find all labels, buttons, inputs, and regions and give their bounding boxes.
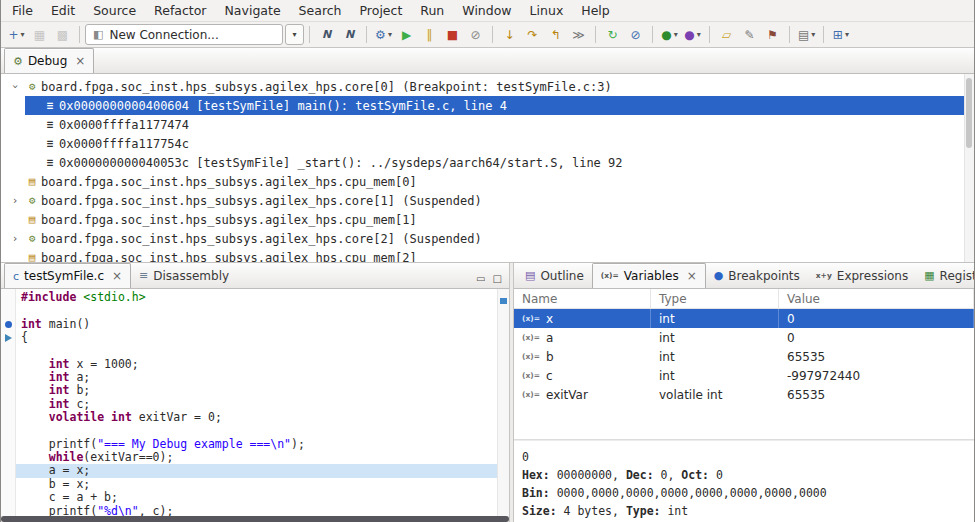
suspend-button[interactable]: ‖	[419, 24, 440, 45]
variable-row[interactable]: (x)=xint0	[514, 309, 974, 328]
instruction-stepping-button[interactable]: ≫	[568, 24, 589, 45]
gutter-cell[interactable]	[1, 424, 15, 437]
menu-source[interactable]: Source	[84, 1, 145, 20]
flag-button[interactable]: ⚑	[762, 24, 783, 45]
scrollbar-thumb[interactable]	[966, 78, 972, 148]
profile-menu-button[interactable]: ●▾	[682, 24, 703, 45]
debug-tree-scrollbar[interactable]	[964, 74, 974, 262]
code-line[interactable]	[21, 424, 497, 437]
tab-testsymfile-c[interactable]: ctestSymFile.c×	[4, 263, 131, 288]
debug-menu-button[interactable]: ⚙▾	[373, 24, 394, 45]
code-line[interactable]: volatile int exitVar = 0;	[21, 411, 497, 424]
gutter-cell[interactable]	[1, 411, 15, 424]
gutter-cell[interactable]	[1, 478, 15, 491]
code-line[interactable]: int b;	[21, 384, 497, 397]
horizontal-scrollbar[interactable]	[1, 516, 509, 522]
tab-variables[interactable]: (x)=Variables×	[592, 263, 706, 288]
debug-tree-row[interactable]: ›⚙board.fpga.soc_inst.hps_subsys.agilex_…	[1, 229, 974, 248]
gutter-cell[interactable]	[1, 384, 15, 397]
close-icon[interactable]: ×	[112, 269, 122, 283]
expand-icon[interactable]: ›	[7, 194, 23, 207]
terminate-button[interactable]: ■	[442, 24, 463, 45]
menu-linux[interactable]: Linux	[521, 1, 573, 20]
debug-tree-row[interactable]: ≡0x000000000040053c [testSymFile] _start…	[1, 153, 974, 172]
menu-project[interactable]: Project	[351, 1, 412, 20]
gutter-cell[interactable]	[1, 464, 15, 477]
code-line[interactable]: int a;	[21, 371, 497, 384]
disconnect-button[interactable]: ⊘	[465, 24, 486, 45]
variable-detail-pane[interactable]: 0Hex: 00000000, Dec: 0, Oct: 0Bin: 0000,…	[514, 440, 974, 522]
menu-help[interactable]: Help	[572, 1, 619, 20]
gutter-cell[interactable]	[1, 451, 15, 464]
minimize-icon[interactable]: ▭	[476, 273, 485, 284]
close-icon[interactable]: ×	[687, 269, 697, 283]
code-line[interactable]: #include <stdio.h>	[21, 291, 497, 304]
open-element-button[interactable]: ▱	[716, 24, 737, 45]
breakpoint-marker[interactable]	[1, 318, 15, 331]
debug-tree-row[interactable]: ≡0x0000000000400604 [testSymFile] main()…	[1, 96, 974, 115]
debug-tree-row[interactable]: ≡0x0000ffffa1177474	[1, 115, 974, 134]
debug-tree[interactable]: ›⚙board.fpga.soc_inst.hps_subsys.agilex_…	[1, 74, 974, 262]
annotation-menu-button[interactable]: ▤▾	[796, 24, 817, 45]
editor-overview-ruler[interactable]	[497, 289, 509, 516]
debug-tree-row[interactable]: ›⚙board.fpga.soc_inst.hps_subsys.agilex_…	[1, 77, 974, 96]
new-button[interactable]: +▾	[6, 24, 27, 45]
code-line[interactable]	[21, 344, 497, 357]
code-line[interactable]: int main()	[21, 318, 497, 331]
restart-button[interactable]: ↻	[602, 24, 623, 45]
next-annotation-button[interactable]: N	[316, 24, 337, 45]
gutter-cell[interactable]	[1, 291, 15, 304]
gutter-cell[interactable]	[1, 371, 15, 384]
column-header-name[interactable]: Name	[514, 289, 651, 308]
debug-tree-row[interactable]: ▤board.fpga.soc_inst.hps_subsys.agilex_h…	[1, 248, 974, 262]
gutter-cell[interactable]	[1, 491, 15, 504]
tab-breakpoints[interactable]: ●Breakpoints	[706, 263, 808, 288]
code-line[interactable]	[21, 304, 497, 317]
menu-edit[interactable]: Edit	[42, 1, 84, 20]
gutter-cell[interactable]	[1, 505, 15, 517]
step-return-button[interactable]: ↰	[545, 24, 566, 45]
variables-table[interactable]: NameTypeValue(x)=xint0(x)=aint0(x)=bint6…	[514, 289, 974, 440]
collapse-icon[interactable]: ›	[9, 79, 22, 95]
menu-file[interactable]: File	[3, 1, 42, 20]
step-into-button[interactable]: ↓	[499, 24, 520, 45]
variable-row[interactable]: (x)=bint65535	[514, 347, 974, 366]
skip-breakpoints-button[interactable]: ⊘	[625, 24, 646, 45]
code-line[interactable]: b = x;	[21, 478, 497, 491]
code-line[interactable]: c = a + b;	[21, 491, 497, 504]
menu-run[interactable]: Run	[411, 1, 453, 20]
connection-combo-dropdown[interactable]: ▾	[285, 24, 304, 45]
tab-debug[interactable]: ⚙ Debug ×	[4, 48, 94, 73]
tab-expressions[interactable]: x+yExpressions	[808, 263, 916, 288]
code-line[interactable]: printf("%d\n", c);	[21, 505, 497, 517]
gutter-cell[interactable]	[1, 398, 15, 411]
gutter-cell[interactable]	[1, 358, 15, 371]
tab-outline[interactable]: ▤Outline	[517, 263, 592, 288]
expand-icon[interactable]: ›	[7, 232, 23, 245]
connection-combo[interactable]: ◧New Connection...	[85, 24, 283, 45]
run-menu-button[interactable]: ●▾	[659, 24, 680, 45]
perspective-button[interactable]: ⊞▾	[830, 24, 851, 45]
menu-navigate[interactable]: Navigate	[216, 1, 290, 20]
resume-button[interactable]: ▶	[396, 24, 417, 45]
gutter-cell[interactable]	[1, 438, 15, 451]
menu-search[interactable]: Search	[290, 1, 351, 20]
previous-annotation-button[interactable]: N	[339, 24, 360, 45]
gutter-cell[interactable]	[1, 304, 15, 317]
column-header-value[interactable]: Value	[779, 289, 974, 308]
maximize-icon[interactable]: □	[493, 273, 502, 284]
code-line[interactable]: printf("=== My Debug example ===\n");	[21, 438, 497, 451]
editor-gutter[interactable]	[1, 289, 16, 516]
edit-button[interactable]: ✎	[739, 24, 760, 45]
code-line[interactable]: while(exitVar==0);	[21, 451, 497, 464]
column-header-type[interactable]: Type	[651, 289, 779, 308]
debug-tree-row[interactable]: ›⚙board.fpga.soc_inst.hps_subsys.agilex_…	[1, 191, 974, 210]
debug-tree-row[interactable]: ▤board.fpga.soc_inst.hps_subsys.agilex_h…	[1, 172, 974, 191]
debug-tree-row[interactable]: ≡0x0000ffffa117754c	[1, 134, 974, 153]
variable-row[interactable]: (x)=aint0	[514, 328, 974, 347]
code-line[interactable]: int c;	[21, 398, 497, 411]
code-line[interactable]: {	[21, 331, 497, 344]
tab-registers[interactable]: ▦Registers	[916, 263, 974, 288]
code-editor[interactable]: #include <stdio.h>int main(){ int x = 10…	[16, 289, 497, 516]
code-line[interactable]: a = x;	[16, 464, 497, 477]
